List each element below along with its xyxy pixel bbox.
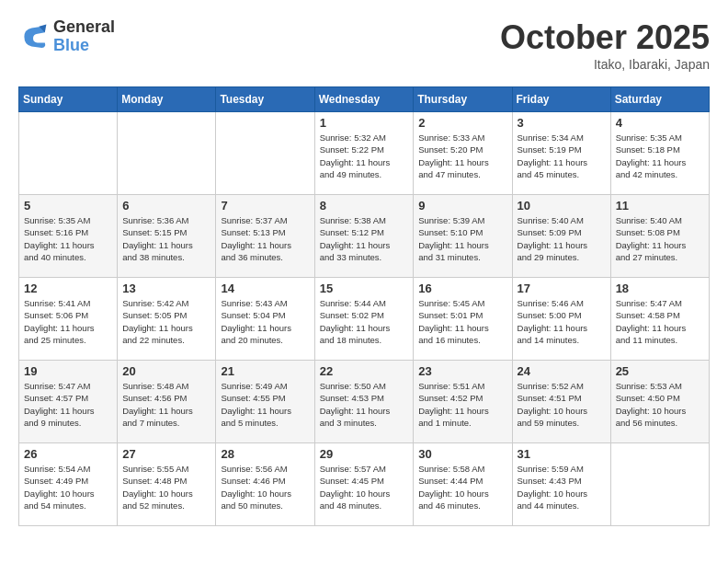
day-cell-31: 31Sunrise: 5:59 AM Sunset: 4:43 PM Dayli…: [512, 443, 610, 526]
day-cell-10: 10Sunrise: 5:40 AM Sunset: 5:09 PM Dayli…: [512, 195, 610, 278]
day-number: 30: [418, 447, 506, 461]
logo-text: General Blue: [53, 18, 115, 55]
day-info: Sunrise: 5:45 AM Sunset: 5:01 PM Dayligh…: [418, 297, 506, 346]
empty-cell: [610, 443, 709, 526]
day-info: Sunrise: 5:51 AM Sunset: 4:52 PM Dayligh…: [418, 380, 506, 429]
weekday-header-friday: Friday: [512, 87, 610, 112]
day-cell-5: 5Sunrise: 5:35 AM Sunset: 5:16 PM Daylig…: [19, 195, 118, 278]
day-number: 13: [122, 282, 210, 295]
week-row-2: 5Sunrise: 5:35 AM Sunset: 5:16 PM Daylig…: [19, 195, 710, 278]
calendar: SundayMondayTuesdayWednesdayThursdayFrid…: [18, 86, 710, 526]
day-cell-30: 30Sunrise: 5:58 AM Sunset: 4:44 PM Dayli…: [414, 443, 512, 526]
day-info: Sunrise: 5:59 AM Sunset: 4:43 PM Dayligh…: [518, 463, 606, 511]
day-cell-14: 14Sunrise: 5:43 AM Sunset: 5:04 PM Dayli…: [216, 278, 314, 361]
day-info: Sunrise: 5:57 AM Sunset: 4:45 PM Dayligh…: [320, 463, 409, 511]
day-number: 7: [221, 199, 309, 213]
day-cell-28: 28Sunrise: 5:56 AM Sunset: 4:46 PM Dayli…: [216, 443, 314, 526]
day-number: 11: [616, 199, 704, 213]
day-info: Sunrise: 5:48 AM Sunset: 4:56 PM Dayligh…: [122, 380, 210, 429]
day-info: Sunrise: 5:40 AM Sunset: 5:08 PM Dayligh…: [616, 214, 704, 263]
day-cell-1: 1Sunrise: 5:32 AM Sunset: 5:22 PM Daylig…: [314, 112, 414, 195]
logo-icon: [18, 22, 48, 52]
day-number: 22: [320, 364, 409, 378]
title-block: October 2025 Itako, Ibaraki, Japan: [500, 18, 710, 72]
day-number: 16: [418, 282, 506, 295]
day-number: 20: [122, 364, 210, 378]
day-info: Sunrise: 5:49 AM Sunset: 4:55 PM Dayligh…: [221, 380, 309, 429]
week-row-4: 19Sunrise: 5:47 AM Sunset: 4:57 PM Dayli…: [19, 361, 710, 443]
day-cell-2: 2Sunrise: 5:33 AM Sunset: 5:20 PM Daylig…: [414, 112, 512, 195]
day-cell-20: 20Sunrise: 5:48 AM Sunset: 4:56 PM Dayli…: [118, 361, 216, 443]
day-number: 12: [24, 282, 112, 295]
day-info: Sunrise: 5:42 AM Sunset: 5:05 PM Dayligh…: [122, 297, 210, 346]
weekday-header-saturday: Saturday: [610, 87, 709, 112]
day-info: Sunrise: 5:41 AM Sunset: 5:06 PM Dayligh…: [24, 297, 112, 346]
day-number: 31: [518, 447, 606, 461]
day-cell-18: 18Sunrise: 5:47 AM Sunset: 4:58 PM Dayli…: [610, 278, 709, 361]
day-number: 14: [221, 282, 309, 295]
day-number: 2: [418, 116, 506, 130]
day-cell-19: 19Sunrise: 5:47 AM Sunset: 4:57 PM Dayli…: [19, 361, 118, 443]
day-cell-29: 29Sunrise: 5:57 AM Sunset: 4:45 PM Dayli…: [314, 443, 414, 526]
day-cell-9: 9Sunrise: 5:39 AM Sunset: 5:10 PM Daylig…: [414, 195, 512, 278]
empty-cell: [216, 112, 314, 195]
day-number: 17: [518, 282, 606, 295]
empty-cell: [19, 112, 118, 195]
day-cell-11: 11Sunrise: 5:40 AM Sunset: 5:08 PM Dayli…: [610, 195, 709, 278]
day-number: 4: [616, 116, 704, 130]
day-number: 8: [320, 199, 409, 213]
day-cell-6: 6Sunrise: 5:36 AM Sunset: 5:15 PM Daylig…: [118, 195, 216, 278]
day-number: 9: [418, 199, 506, 213]
day-info: Sunrise: 5:35 AM Sunset: 5:18 PM Dayligh…: [616, 132, 704, 180]
day-info: Sunrise: 5:58 AM Sunset: 4:44 PM Dayligh…: [418, 463, 506, 511]
day-info: Sunrise: 5:38 AM Sunset: 5:12 PM Dayligh…: [320, 214, 409, 263]
day-info: Sunrise: 5:55 AM Sunset: 4:48 PM Dayligh…: [122, 463, 210, 511]
day-cell-22: 22Sunrise: 5:50 AM Sunset: 4:53 PM Dayli…: [314, 361, 414, 443]
day-cell-13: 13Sunrise: 5:42 AM Sunset: 5:05 PM Dayli…: [118, 278, 216, 361]
day-cell-7: 7Sunrise: 5:37 AM Sunset: 5:13 PM Daylig…: [216, 195, 314, 278]
day-cell-4: 4Sunrise: 5:35 AM Sunset: 5:18 PM Daylig…: [610, 112, 709, 195]
day-info: Sunrise: 5:40 AM Sunset: 5:09 PM Dayligh…: [518, 214, 606, 263]
page-header: General Blue October 2025 Itako, Ibaraki…: [18, 18, 710, 72]
day-number: 28: [221, 447, 309, 461]
day-info: Sunrise: 5:50 AM Sunset: 4:53 PM Dayligh…: [320, 380, 409, 429]
day-info: Sunrise: 5:44 AM Sunset: 5:02 PM Dayligh…: [320, 297, 409, 346]
day-number: 1: [320, 116, 409, 130]
weekday-header-row: SundayMondayTuesdayWednesdayThursdayFrid…: [19, 87, 710, 112]
day-cell-27: 27Sunrise: 5:55 AM Sunset: 4:48 PM Dayli…: [118, 443, 216, 526]
day-info: Sunrise: 5:35 AM Sunset: 5:16 PM Dayligh…: [24, 214, 112, 263]
weekday-header-wednesday: Wednesday: [314, 87, 414, 112]
day-number: 18: [616, 282, 704, 295]
week-row-3: 12Sunrise: 5:41 AM Sunset: 5:06 PM Dayli…: [19, 278, 710, 361]
day-number: 29: [320, 447, 409, 461]
day-info: Sunrise: 5:34 AM Sunset: 5:19 PM Dayligh…: [518, 132, 606, 180]
day-cell-25: 25Sunrise: 5:53 AM Sunset: 4:50 PM Dayli…: [610, 361, 709, 443]
day-cell-21: 21Sunrise: 5:49 AM Sunset: 4:55 PM Dayli…: [216, 361, 314, 443]
day-info: Sunrise: 5:37 AM Sunset: 5:13 PM Dayligh…: [221, 214, 309, 263]
day-info: Sunrise: 5:56 AM Sunset: 4:46 PM Dayligh…: [221, 463, 309, 511]
empty-cell: [118, 112, 216, 195]
day-info: Sunrise: 5:52 AM Sunset: 4:51 PM Dayligh…: [518, 380, 606, 429]
day-number: 19: [24, 364, 112, 378]
day-info: Sunrise: 5:36 AM Sunset: 5:15 PM Dayligh…: [122, 214, 210, 263]
day-info: Sunrise: 5:54 AM Sunset: 4:49 PM Dayligh…: [24, 463, 112, 511]
weekday-header-thursday: Thursday: [414, 87, 512, 112]
day-number: 21: [221, 364, 309, 378]
weekday-header-sunday: Sunday: [19, 87, 118, 112]
day-number: 27: [122, 447, 210, 461]
day-cell-26: 26Sunrise: 5:54 AM Sunset: 4:49 PM Dayli…: [19, 443, 118, 526]
day-cell-8: 8Sunrise: 5:38 AM Sunset: 5:12 PM Daylig…: [314, 195, 414, 278]
week-row-5: 26Sunrise: 5:54 AM Sunset: 4:49 PM Dayli…: [19, 443, 710, 526]
week-row-1: 1Sunrise: 5:32 AM Sunset: 5:22 PM Daylig…: [19, 112, 710, 195]
day-info: Sunrise: 5:53 AM Sunset: 4:50 PM Dayligh…: [616, 380, 704, 429]
day-info: Sunrise: 5:32 AM Sunset: 5:22 PM Dayligh…: [320, 132, 409, 180]
day-number: 10: [518, 199, 606, 213]
logo: General Blue: [18, 18, 115, 55]
day-info: Sunrise: 5:43 AM Sunset: 5:04 PM Dayligh…: [221, 297, 309, 346]
day-info: Sunrise: 5:33 AM Sunset: 5:20 PM Dayligh…: [418, 132, 506, 180]
day-number: 23: [418, 364, 506, 378]
day-number: 5: [24, 199, 112, 213]
day-number: 24: [518, 364, 606, 378]
weekday-header-monday: Monday: [118, 87, 216, 112]
day-number: 26: [24, 447, 112, 461]
